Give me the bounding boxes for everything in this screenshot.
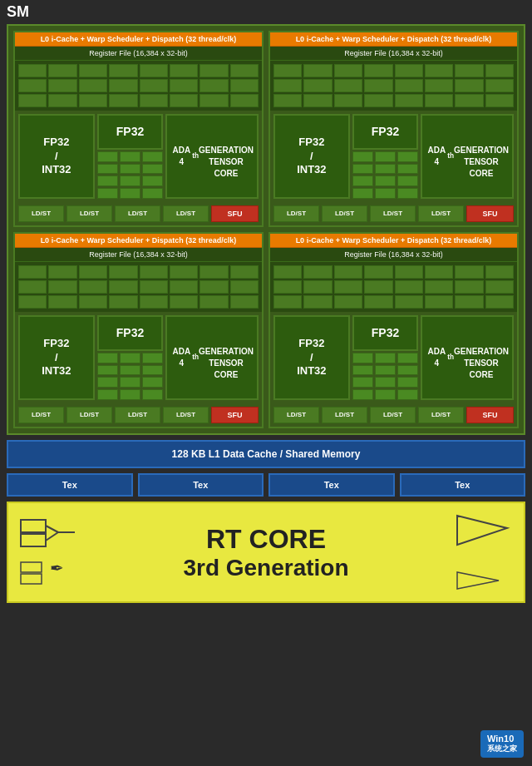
tex-block-2: Tex (138, 473, 264, 497)
svg-rect-5 (21, 562, 42, 572)
svg-line-2 (46, 526, 58, 532)
regfile-header-1: Register File (16,384 x 32-bit) (15, 47, 262, 61)
compute-area-3: FP32/INT32 FP32 ADA 4thGENERATIONTENSOR … (15, 312, 262, 403)
reg-grid-1 (15, 61, 262, 111)
warp-header-2: L0 i-Cache + Warp Scheduler + Dispatch (… (270, 32, 517, 47)
sfu-3: SFU (211, 407, 259, 423)
rt-diagram-left: ✒ (17, 516, 83, 589)
tensor-2: ADA 4thGENERATIONTENSOR CORE (421, 114, 514, 199)
tensor-3: ADA 4thGENERATIONTENSOR CORE (165, 315, 259, 400)
svg-marker-8 (457, 516, 507, 545)
fp32-int32-4: FP32/INT32 (273, 315, 350, 400)
rt-diagram-svg-1 (17, 516, 83, 549)
regfile-header-3: Register File (16,384 x 32-bit) (15, 248, 262, 262)
warp-header-4: L0 i-Cache + Warp Scheduler + Dispatch (… (270, 234, 517, 248)
fp32-2: FP32 (352, 114, 419, 150)
svg-text:✒: ✒ (50, 559, 64, 577)
reg-grid-2 (270, 61, 517, 111)
warp-header-3: L0 i-Cache + Warp Scheduler + Dispatch (… (15, 234, 262, 248)
fp32-int32-1: FP32/INT32 (18, 114, 95, 199)
tensor-4: ADA 4thGENERATIONTENSOR CORE (421, 315, 514, 400)
quadrant-2: L0 i-Cache + Warp Scheduler + Dispatch (… (268, 31, 519, 227)
watermark: Win10 系统之家 (480, 730, 524, 758)
rt-diagram-svg-3 (449, 511, 515, 553)
rt-diagram-svg-4 (449, 560, 515, 593)
reg-grid-3 (15, 262, 262, 312)
fp32-4: FP32 (352, 315, 419, 351)
quadrants-grid: L0 i-Cache + Warp Scheduler + Dispatch (… (13, 31, 519, 428)
bottom-row-3: LD/ST LD/ST LD/ST LD/ST SFU (15, 403, 262, 427)
tex-block-1: Tex (7, 473, 133, 497)
rt-core-title: RT CORE (83, 523, 449, 555)
sfu-4: SFU (466, 407, 514, 423)
svg-rect-6 (21, 574, 42, 584)
compute-area-4: FP32/INT32 FP32 ADA 4thGENERATIONTENSOR … (270, 312, 517, 403)
quadrant-3: L0 i-Cache + Warp Scheduler + Dispatch (… (13, 232, 264, 428)
warp-header-1: L0 i-Cache + Warp Scheduler + Dispatch (… (15, 32, 262, 47)
fp32-1: FP32 (97, 114, 164, 150)
regfile-header-2: Register File (16,384 x 32-bit) (270, 47, 517, 61)
fp32-int32-2: FP32/INT32 (273, 114, 350, 199)
bottom-row-4: LD/ST LD/ST LD/ST LD/ST SFU (270, 403, 517, 427)
bottom-row-1: LD/ST LD/ST LD/ST LD/ST SFU (15, 202, 262, 225)
fp32-3: FP32 (97, 315, 164, 351)
sfu-1: SFU (211, 205, 259, 222)
rt-core-section: ✒ RT CORE 3rd Generation (7, 502, 525, 603)
sfu-2: SFU (466, 205, 514, 222)
rt-diagram-right (449, 511, 515, 593)
quadrant-1: L0 i-Cache + Warp Scheduler + Dispatch (… (13, 31, 264, 227)
outer-container: L0 i-Cache + Warp Scheduler + Dispatch (… (7, 24, 525, 435)
quadrant-4: L0 i-Cache + Warp Scheduler + Dispatch (… (268, 232, 519, 428)
bottom-row-2: LD/ST LD/ST LD/ST LD/ST SFU (270, 202, 517, 225)
fp32-int32-3: FP32/INT32 (18, 315, 95, 400)
compute-area-1: FP32/INT32 FP32 ADA 4thGENERATIONTENSOR … (15, 111, 262, 202)
tex-block-4: Tex (400, 473, 526, 497)
tex-block-3: Tex (268, 473, 395, 497)
compute-area-2: FP32/INT32 FP32 ADA 4thGENERATIONTENSOR … (270, 111, 517, 202)
sm-label: SM (0, 0, 532, 24)
svg-line-3 (46, 532, 58, 541)
tex-row: Tex Tex Tex Tex (7, 473, 525, 497)
l1-cache-bar: 128 KB L1 Data Cache / Shared Memory (7, 440, 525, 468)
reg-grid-4 (270, 262, 517, 312)
rt-diagram-svg-2: ✒ (17, 556, 83, 589)
svg-marker-9 (457, 572, 499, 589)
rt-core-center: RT CORE 3rd Generation (83, 523, 449, 581)
svg-rect-0 (21, 520, 46, 532)
tensor-1: ADA 4thGENERATIONTENSOR CORE (165, 114, 259, 199)
svg-rect-1 (21, 534, 46, 546)
regfile-header-4: Register File (16,384 x 32-bit) (270, 248, 517, 262)
rt-core-subtitle: 3rd Generation (83, 555, 449, 581)
